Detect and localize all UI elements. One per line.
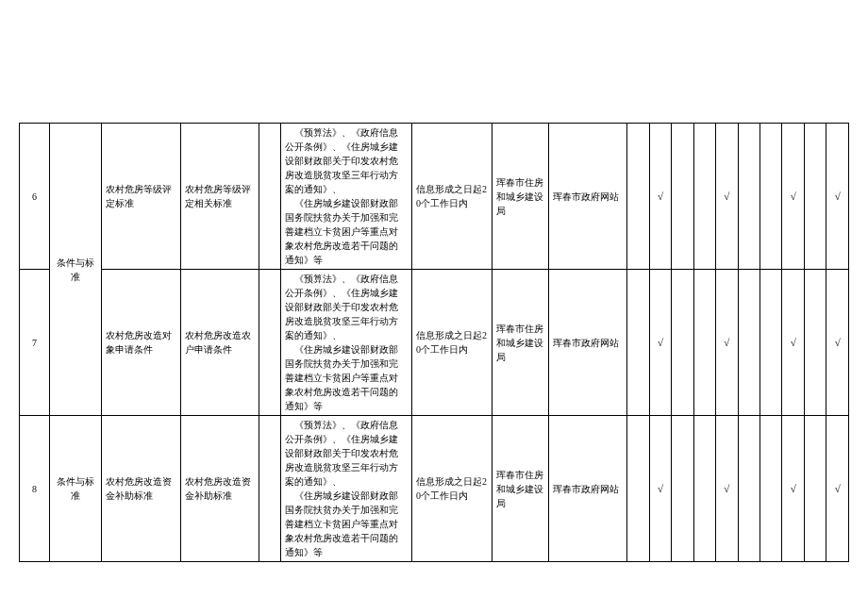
cell-mark bbox=[804, 124, 826, 270]
cell-content: 农村危房改造资金补助标准 bbox=[180, 416, 259, 562]
cell-name: 农村危房改造对象申请条件 bbox=[102, 270, 180, 416]
cell-mark: √ bbox=[649, 270, 671, 416]
cell-mark bbox=[804, 270, 826, 416]
cell-mark: √ bbox=[782, 416, 804, 562]
cell-name: 农村危房改造资金补助标准 bbox=[102, 416, 180, 562]
cell-time: 信息形成之日起20个工作日内 bbox=[412, 124, 492, 270]
cell-mark bbox=[627, 124, 649, 270]
cell-mark bbox=[804, 416, 826, 562]
cell-mark: √ bbox=[649, 416, 671, 562]
cell-dept: 珲春市住房和城乡建设局 bbox=[492, 124, 549, 270]
cell-mark bbox=[627, 270, 649, 416]
cell-category: 条件与标准 bbox=[50, 124, 102, 416]
cell-mark bbox=[760, 270, 781, 416]
cell-channel: 珲春市政府网站 bbox=[549, 270, 627, 416]
cell-mark bbox=[693, 124, 715, 270]
cell-dept: 珲春市住房和城乡建设局 bbox=[492, 416, 549, 562]
cell-mark: √ bbox=[716, 416, 738, 562]
cell-idx: 8 bbox=[20, 416, 50, 562]
cell-channel: 珲春市政府网站 bbox=[549, 124, 627, 270]
cell-idx: 7 bbox=[20, 270, 50, 416]
data-table: 6 条件与标准 农村危房等级评定标准 农村危房等级评定相关标准 《预算法》、《政… bbox=[19, 123, 849, 562]
cell-mark bbox=[627, 416, 649, 562]
cell-mark: √ bbox=[826, 416, 849, 562]
table-row: 6 条件与标准 农村危房等级评定标准 农村危房等级评定相关标准 《预算法》、《政… bbox=[20, 124, 849, 270]
cell-basis: 《预算法》、《政府信息公开条例》、《住房城乡建设部财政部关于印发农村危房改造脱贫… bbox=[281, 416, 412, 562]
cell-basis: 《预算法》、《政府信息公开条例》、《住房城乡建设部财政部关于印发农村危房改造脱贫… bbox=[281, 124, 412, 270]
cell-mark bbox=[672, 270, 693, 416]
cell-mark bbox=[738, 270, 760, 416]
cell-mark bbox=[760, 416, 781, 562]
cell-basis: 《预算法》、《政府信息公开条例》、《住房城乡建设部财政部关于印发农村危房改造脱贫… bbox=[281, 270, 412, 416]
cell-category: 条件与标准 bbox=[50, 416, 102, 562]
cell-mark bbox=[672, 124, 693, 270]
cell-mark: √ bbox=[826, 270, 849, 416]
cell-mark bbox=[738, 124, 760, 270]
cell-mark bbox=[693, 270, 715, 416]
cell-content: 农村危房等级评定相关标准 bbox=[180, 124, 259, 270]
cell-mark bbox=[760, 124, 781, 270]
cell-mark bbox=[738, 416, 760, 562]
cell-mark: √ bbox=[782, 270, 804, 416]
cell-mark: √ bbox=[716, 124, 738, 270]
table-row: 7 农村危房改造对象申请条件 农村危房改造农户申请条件 《预算法》、《政府信息公… bbox=[20, 270, 849, 416]
cell-time: 信息形成之日起20个工作日内 bbox=[412, 270, 492, 416]
cell-mark bbox=[693, 416, 715, 562]
cell-empty bbox=[259, 270, 280, 416]
cell-time: 信息形成之日起20个工作日内 bbox=[412, 416, 492, 562]
cell-dept: 珲春市住房和城乡建设局 bbox=[492, 270, 549, 416]
table-row: 8 条件与标准 农村危房改造资金补助标准 农村危房改造资金补助标准 《预算法》、… bbox=[20, 416, 849, 562]
cell-empty bbox=[259, 124, 280, 270]
cell-mark: √ bbox=[649, 124, 671, 270]
cell-mark: √ bbox=[826, 124, 849, 270]
cell-name: 农村危房等级评定标准 bbox=[102, 124, 180, 270]
cell-mark bbox=[672, 416, 693, 562]
cell-empty bbox=[259, 416, 280, 562]
cell-content: 农村危房改造农户申请条件 bbox=[180, 270, 259, 416]
cell-mark: √ bbox=[782, 124, 804, 270]
cell-idx: 6 bbox=[20, 124, 50, 270]
page: 6 条件与标准 农村危房等级评定标准 农村危房等级评定相关标准 《预算法》、《政… bbox=[0, 0, 868, 614]
cell-mark: √ bbox=[716, 270, 738, 416]
cell-channel: 珲春市政府网站 bbox=[549, 416, 627, 562]
